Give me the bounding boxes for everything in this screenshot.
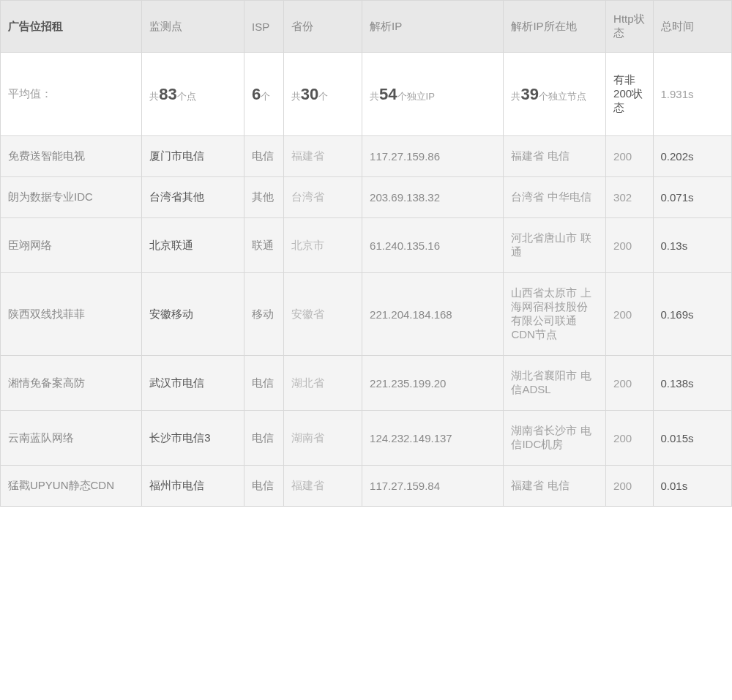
cell-iploc: 湖北省襄阳市 电信ADSL: [504, 356, 606, 411]
cell-ad: 免费送智能电视: [1, 136, 142, 177]
table-row: 云南蓝队网络长沙市电信3电信湖南省124.232.149.137湖南省长沙市 电…: [1, 411, 732, 466]
header-time[interactable]: 总时间: [653, 1, 731, 53]
header-isp[interactable]: ISP: [244, 1, 283, 53]
header-ad[interactable]: 广告位招租: [1, 1, 142, 53]
cell-ip: 124.232.149.137: [362, 411, 504, 466]
summary-row: 平均值： 共83个点 6个 共30个 共54个独立IP 共39个独立节点 有非2…: [1, 53, 732, 136]
table-header-row: 广告位招租 监测点 ISP 省份 解析IP 解析IP所在地 Http状态 总时间: [1, 1, 732, 53]
cell-time: 0.138s: [653, 356, 731, 411]
cell-http: 200: [606, 136, 653, 177]
cell-ad: 云南蓝队网络: [1, 411, 142, 466]
table-row: 朗为数据专业IDC台湾省其他其他台湾省203.69.138.32台湾省 中华电信…: [1, 177, 732, 218]
cell-isp: 其他: [244, 177, 283, 218]
header-iploc[interactable]: 解析IP所在地: [504, 1, 606, 53]
cell-time: 0.13s: [653, 218, 731, 273]
cell-iploc: 河北省唐山市 联通: [504, 218, 606, 273]
cell-time: 0.01s: [653, 466, 731, 507]
summary-province-suffix: 个: [318, 91, 328, 102]
table-body: 平均值： 共83个点 6个 共30个 共54个独立IP 共39个独立节点 有非2…: [1, 53, 732, 507]
cell-iploc: 福建省 电信: [504, 466, 606, 507]
table-row: 臣翊网络北京联通联通北京市61.240.135.16河北省唐山市 联通2000.…: [1, 218, 732, 273]
cell-http: 200: [606, 218, 653, 273]
header-ip[interactable]: 解析IP: [362, 1, 504, 53]
cell-http: 200: [606, 411, 653, 466]
cell-http: 200: [606, 273, 653, 356]
summary-isp: 6个: [244, 53, 283, 136]
header-province[interactable]: 省份: [283, 1, 362, 53]
table-row: 猛戳UPYUN静态CDN福州市电信电信福建省117.27.159.84福建省 电…: [1, 466, 732, 507]
cell-monitor: 北京联通: [142, 218, 244, 273]
cell-isp: 联通: [244, 218, 283, 273]
summary-isp-suffix: 个: [261, 91, 270, 102]
cell-ad: 陕西双线找菲菲: [1, 273, 142, 356]
table-row: 免费送智能电视厦门市电信电信福建省117.27.159.86福建省 电信2000…: [1, 136, 732, 177]
cell-ip: 117.27.159.84: [362, 466, 504, 507]
cell-province: 台湾省: [283, 177, 362, 218]
cell-monitor: 台湾省其他: [142, 177, 244, 218]
cell-isp: 电信: [244, 466, 283, 507]
cell-time: 0.169s: [653, 273, 731, 356]
cell-ad: 朗为数据专业IDC: [1, 177, 142, 218]
summary-monitor-num: 83: [159, 85, 176, 103]
summary-monitor: 共83个点: [142, 53, 244, 136]
summary-iploc-prefix: 共: [511, 91, 520, 102]
cell-province: 福建省: [283, 466, 362, 507]
cell-iploc: 台湾省 中华电信: [504, 177, 606, 218]
cell-monitor: 武汉市电信: [142, 356, 244, 411]
summary-monitor-prefix: 共: [149, 91, 159, 102]
cell-isp: 移动: [244, 273, 283, 356]
summary-province: 共30个: [283, 53, 362, 136]
cell-province: 福建省: [283, 136, 362, 177]
cell-ad: 湘情免备案高防: [1, 356, 142, 411]
summary-time: 1.931s: [653, 53, 731, 136]
summary-iploc-suffix: 个独立节点: [539, 91, 586, 102]
table-row: 湘情免备案高防武汉市电信电信湖北省221.235.199.20湖北省襄阳市 电信…: [1, 356, 732, 411]
cell-ip: 221.235.199.20: [362, 356, 504, 411]
summary-http: 有非200状态: [606, 53, 653, 136]
cell-monitor: 福州市电信: [142, 466, 244, 507]
cell-ip: 203.69.138.32: [362, 177, 504, 218]
summary-label: 平均值：: [1, 53, 142, 136]
cell-monitor: 长沙市电信3: [142, 411, 244, 466]
summary-province-prefix: 共: [291, 91, 301, 102]
cell-ip: 221.204.184.168: [362, 273, 504, 356]
summary-isp-num: 6: [252, 85, 261, 103]
summary-ip-prefix: 共: [370, 91, 379, 102]
cell-ad: 猛戳UPYUN静态CDN: [1, 466, 142, 507]
summary-iploc-num: 39: [520, 85, 538, 103]
cell-iploc: 湖南省长沙市 电信IDC机房: [504, 411, 606, 466]
summary-ip: 共54个独立IP: [362, 53, 504, 136]
cell-iploc: 山西省太原市 上海网宿科技股份有限公司联通CDN节点: [504, 273, 606, 356]
cell-ip: 117.27.159.86: [362, 136, 504, 177]
cell-ad: 臣翊网络: [1, 218, 142, 273]
cell-isp: 电信: [244, 356, 283, 411]
cell-province: 安徽省: [283, 273, 362, 356]
cell-isp: 电信: [244, 411, 283, 466]
cell-time: 0.015s: [653, 411, 731, 466]
summary-province-num: 30: [301, 85, 318, 103]
cell-time: 0.202s: [653, 136, 731, 177]
cell-monitor: 安徽移动: [142, 273, 244, 356]
summary-ip-num: 54: [379, 85, 397, 103]
header-monitor[interactable]: 监测点: [142, 1, 244, 53]
cell-monitor: 厦门市电信: [142, 136, 244, 177]
cell-iploc: 福建省 电信: [504, 136, 606, 177]
summary-ip-suffix: 个独立IP: [397, 91, 435, 102]
cell-http: 302: [606, 177, 653, 218]
summary-monitor-suffix: 个点: [177, 91, 196, 102]
header-http[interactable]: Http状态: [606, 1, 653, 53]
cell-province: 湖北省: [283, 356, 362, 411]
cell-ip: 61.240.135.16: [362, 218, 504, 273]
cell-time: 0.071s: [653, 177, 731, 218]
cell-http: 200: [606, 356, 653, 411]
table-row: 陕西双线找菲菲安徽移动移动安徽省221.204.184.168山西省太原市 上海…: [1, 273, 732, 356]
summary-iploc: 共39个独立节点: [504, 53, 606, 136]
cell-isp: 电信: [244, 136, 283, 177]
cell-province: 北京市: [283, 218, 362, 273]
data-table: 广告位招租 监测点 ISP 省份 解析IP 解析IP所在地 Http状态 总时间…: [0, 0, 732, 507]
cell-province: 湖南省: [283, 411, 362, 466]
cell-http: 200: [606, 466, 653, 507]
